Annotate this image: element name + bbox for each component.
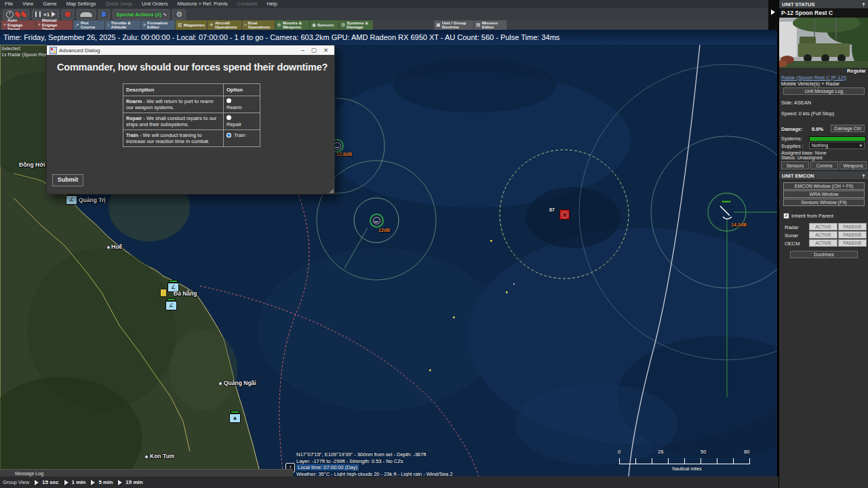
- menu-item-map-settings[interactable]: Map Settings: [62, 0, 101, 8]
- manual-engage-target-button[interactable]: +Manual Engage Target: [36, 20, 73, 30]
- cursor-info-block: N17°07'15", E109°19'39" - 300nm from sel…: [296, 451, 452, 476]
- collapse-arrow-icon[interactable]: [771, 9, 775, 15]
- facility-icon-quang-tri[interactable]: ∠: [66, 195, 77, 205]
- hostile-glyph: [561, 211, 568, 218]
- sonar-active-button[interactable]: ACTIVE: [809, 231, 837, 239]
- group-view-label[interactable]: Group View: [3, 479, 29, 485]
- doctrines-button[interactable]: Doctrines: [790, 251, 858, 258]
- oecm-passive-button[interactable]: PASSIVE: [838, 239, 867, 247]
- comms-tab-button[interactable]: Comms: [810, 161, 838, 169]
- magazines-button[interactable]: ▥Magazines: [176, 20, 207, 30]
- clock-icon: [6, 11, 14, 18]
- menu-item-view[interactable]: View: [18, 0, 38, 8]
- city-dot: [218, 382, 222, 386]
- auto-engage-target-button[interactable]: +Auto Engage Target: [1, 20, 35, 30]
- row-desc: - We will conduct training to increase o…: [126, 132, 210, 144]
- throttle-altitude-button[interactable]: ↕Throttle & Altitude: [105, 20, 140, 30]
- oecm-active-button[interactable]: ACTIVE: [809, 239, 837, 247]
- pin-icon[interactable]: [861, 174, 866, 178]
- unit-group-doctrine-button[interactable]: ▣Unit / Group Doctrine: [434, 20, 473, 30]
- supplies-dropdown[interactable]: Nothing▾: [809, 142, 865, 149]
- radio-train[interactable]: [226, 133, 231, 138]
- submit-button[interactable]: Submit: [52, 174, 83, 186]
- unit-database-link[interactable]: Radar (Spoon Rest C [P-12]): [781, 75, 846, 81]
- special-actions-button[interactable]: Special Actions (2) ϟ: [113, 9, 170, 20]
- unit-message-log-button[interactable]: Unit Message Log: [783, 87, 865, 95]
- air-defense-icon[interactable]: ▲: [229, 413, 241, 423]
- formation-editor-button[interactable]: ≡Formation Editor: [141, 20, 175, 30]
- table-row-repair: Repair - We shall conduct repairs to our…: [123, 113, 260, 129]
- minimize-button[interactable]: –: [298, 47, 308, 54]
- aircraft-operations-button[interactable]: ✈Aircraft Operations: [208, 20, 241, 30]
- time-step-15min[interactable]: 15 min: [118, 479, 142, 485]
- radio-label: Repair: [226, 121, 256, 127]
- contact-label: 14.2dB: [731, 222, 747, 227]
- menu-item-game[interactable]: Game: [38, 0, 61, 8]
- boat-icon: ≈: [244, 23, 247, 27]
- weapons-tab-button[interactable]: Weapons: [840, 161, 867, 169]
- menu-item-unit-orders[interactable]: Unit Orders: [137, 0, 172, 8]
- editor-icon: ▤: [476, 23, 481, 27]
- sensors-tab-button[interactable]: Sensors: [781, 161, 809, 169]
- pause-icon: [35, 12, 37, 17]
- pin-icon[interactable]: [861, 2, 866, 7]
- radio-repair[interactable]: [226, 115, 231, 120]
- flag-button[interactable]: [98, 9, 110, 20]
- mission-editor-button[interactable]: ▤Mission Editor: [474, 20, 507, 30]
- damage-ctrl-button[interactable]: Damage Ctrl: [831, 125, 865, 132]
- sensors-window-button[interactable]: Sensors Window (F9): [783, 199, 865, 206]
- radar-active-button[interactable]: ACTIVE: [809, 223, 837, 230]
- time-step-5min[interactable]: 5 min: [91, 479, 113, 485]
- menu-item-file[interactable]: File: [0, 0, 18, 8]
- boat-operations-button[interactable]: ≈Boat Operations: [242, 20, 275, 30]
- resize-grip[interactable]: [329, 188, 334, 193]
- sensors-button[interactable]: ◉Sensors: [310, 20, 338, 30]
- wra-window-button[interactable]: WRA Window: [783, 190, 865, 198]
- table-row-train: Train - We will conduct training to incr…: [123, 129, 260, 146]
- column-header-option: Option: [224, 84, 259, 96]
- crosshair-icon: +: [3, 23, 6, 27]
- menu-item-missions-ref-points[interactable]: Missions + Ref. Points: [172, 0, 232, 8]
- inherit-checkbox[interactable]: ✓: [783, 213, 789, 219]
- radar-passive-button[interactable]: PASSIVE: [838, 223, 867, 230]
- ship-icon: [80, 12, 92, 17]
- plot-course-button[interactable]: ↗Plot Course: [73, 20, 104, 30]
- lightning-icon: ϟ: [163, 12, 166, 18]
- play-step-icon: [91, 480, 95, 485]
- damage-value: 0.0%: [812, 126, 823, 132]
- city-label-da-nang: Đà Nẵng: [174, 290, 197, 297]
- aircraft-icon: ✈: [210, 23, 214, 27]
- unit-emcon-header[interactable]: UNIT EMCON: [779, 171, 868, 180]
- dialog-title-bar[interactable]: Advanced Dialog – ▢ ✕: [47, 45, 334, 55]
- time-step-15sec[interactable]: 15 sec: [35, 479, 58, 485]
- throttle-icon: ↕: [107, 23, 110, 27]
- facility-icon-da-nang-2[interactable]: ∠: [165, 301, 177, 310]
- city-dot: [144, 455, 149, 459]
- control-toolbar: ×1 Special Actions (2) ϟ ⚙: [0, 8, 778, 20]
- scenario-button[interactable]: [77, 9, 96, 20]
- ribbon-toolbar: +Auto Engage Target +Manual Engage Targe…: [0, 20, 778, 30]
- emcon-window-button[interactable]: EMCON Window (Ctrl + F9): [783, 182, 865, 190]
- menu-item-help[interactable]: Help: [262, 0, 281, 8]
- city-label-hue: Huế: [111, 243, 122, 250]
- unit-status-header[interactable]: UNIT STATUS: [779, 0, 868, 9]
- crosshair-icon: +: [38, 23, 41, 27]
- record-button[interactable]: [62, 9, 74, 20]
- play-step-icon: [118, 480, 122, 485]
- weather-line: Weather: 35°C - Light high clouds 20 - 2…: [296, 471, 452, 477]
- contact-symbol-friendly[interactable]: [370, 214, 384, 228]
- radio-rearm[interactable]: [226, 98, 231, 103]
- contact-label: 12.8dB: [336, 152, 352, 157]
- time-step-1min[interactable]: 1 min: [64, 479, 86, 485]
- contact-symbol-hostile[interactable]: [559, 209, 570, 220]
- sonar-passive-button[interactable]: PASSIVE: [838, 231, 867, 239]
- settings-button[interactable]: ⚙: [172, 9, 186, 20]
- maximize-button[interactable]: ▢: [308, 47, 320, 54]
- chevron-down-icon: ▾: [859, 142, 862, 148]
- speed-multiplier: ×1: [43, 12, 50, 18]
- systems-damage-button[interactable]: ⚙Systems & Damage: [339, 20, 373, 30]
- close-button[interactable]: ✕: [320, 47, 332, 54]
- mounts-weapons-button[interactable]: ⊕Mounts & Weapons: [275, 20, 309, 30]
- selected-unit-caption: Selected: 1x Radar (Spoon Rest C: [1, 45, 53, 58]
- unit-type: Mobile Vehicle(s) + Radar: [781, 81, 840, 87]
